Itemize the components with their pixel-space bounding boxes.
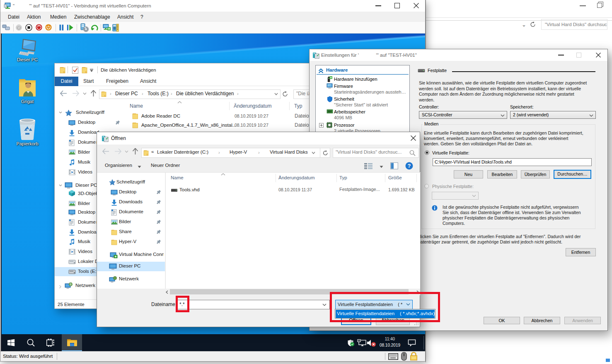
svg-text:?: ? <box>408 163 411 169</box>
